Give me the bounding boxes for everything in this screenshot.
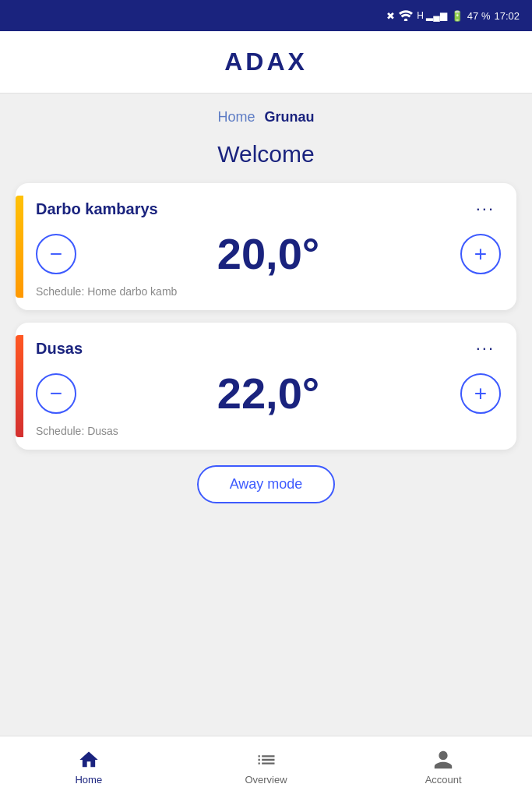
card-accent-2 (16, 335, 23, 437)
nav-account[interactable]: Account (354, 743, 532, 792)
bottom-nav: Home Overview Account (0, 736, 532, 798)
schedule-2: Schedule: Dusas (36, 425, 501, 437)
battery-level: 47 % (467, 10, 491, 22)
device-card-2: Dusas ··· − 22,0° + Schedule: Dusas (16, 323, 516, 450)
card-header-1: Darbo kambarys ··· (36, 196, 501, 222)
welcome-title: Welcome (16, 141, 516, 168)
decrease-btn-1[interactable]: − (36, 234, 76, 274)
breadcrumb-home[interactable]: Home (217, 109, 255, 125)
bluetooth-icon: ✖ (386, 10, 395, 22)
card-body-1: Darbo kambarys ··· − 20,0° + Schedule: H… (36, 196, 501, 298)
increase-btn-2[interactable]: + (460, 373, 501, 414)
card-controls-2: − 22,0° + (36, 368, 501, 418)
svg-point-0 (404, 19, 408, 21)
home-icon (78, 749, 100, 771)
battery-icon: 🔋 (451, 10, 463, 22)
wifi-icon (399, 10, 413, 21)
increase-btn-1[interactable]: + (460, 234, 501, 274)
time: 17:02 (494, 10, 520, 22)
temperature-2: 22,0° (217, 368, 319, 418)
card-header-2: Dusas ··· (36, 335, 501, 362)
nav-account-label: Account (425, 774, 462, 786)
temperature-1: 20,0° (217, 228, 319, 279)
nav-overview[interactable]: Overview (178, 743, 355, 792)
breadcrumb-grunau[interactable]: Grunau (265, 109, 315, 125)
app-logo: ADAX (224, 48, 308, 76)
app-header: ADAX (0, 31, 532, 94)
more-options-2[interactable]: ··· (470, 335, 501, 362)
away-mode-button[interactable]: Away mode (197, 465, 336, 503)
device-name-2: Dusas (36, 340, 83, 358)
device-name-1: Darbo kambarys (36, 200, 158, 218)
nav-overview-label: Overview (245, 774, 287, 786)
card-body-2: Dusas ··· − 22,0° + Schedule: Dusas (36, 335, 501, 437)
main-content: Home Grunau Welcome Darbo kambarys ··· −… (0, 94, 532, 736)
away-mode-container: Away mode (16, 465, 516, 503)
overview-icon (255, 749, 277, 771)
card-controls-1: − 20,0° + (36, 228, 501, 279)
more-options-1[interactable]: ··· (470, 196, 501, 222)
signal-icon: H ▂▄▆ (417, 10, 447, 21)
card-accent-1 (16, 196, 23, 298)
breadcrumb: Home Grunau (16, 94, 516, 133)
nav-home[interactable]: Home (0, 743, 178, 792)
nav-home-label: Home (75, 774, 102, 786)
decrease-btn-2[interactable]: − (36, 373, 76, 414)
account-icon (432, 749, 454, 771)
status-icons: ✖ H ▂▄▆ 🔋 47 % 17:02 (386, 10, 520, 22)
schedule-1: Schedule: Home darbo kamb (36, 285, 501, 298)
status-bar: ✖ H ▂▄▆ 🔋 47 % 17:02 (0, 0, 532, 31)
device-card-1: Darbo kambarys ··· − 20,0° + Schedule: H… (16, 183, 516, 310)
